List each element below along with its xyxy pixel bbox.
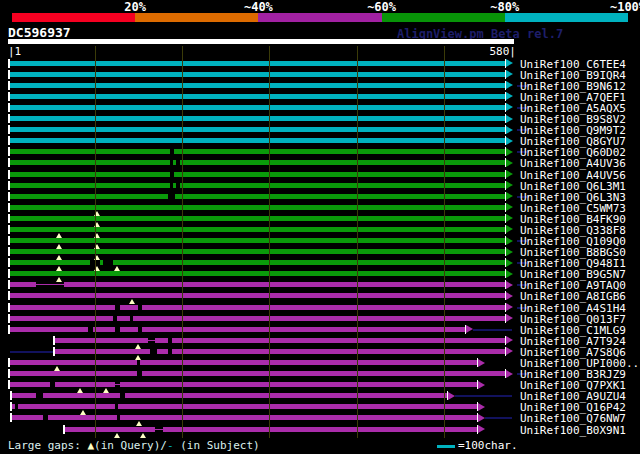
arrowhead-icon xyxy=(478,403,485,411)
alignment-bar-segment xyxy=(117,316,130,321)
alignment-bar-segment xyxy=(18,404,115,409)
row-start-tick xyxy=(8,170,10,179)
alignment-bar-segment xyxy=(173,160,176,165)
gaps-legend-query-text: (in Query)/ xyxy=(94,439,167,452)
alignview-canvas: 20%~40%~60%~80%~100% DC596937 AlignView.… xyxy=(0,0,640,454)
alignment-bar-segment xyxy=(93,327,115,332)
scale-segment xyxy=(505,13,628,22)
alignment-bar-segment xyxy=(12,404,15,409)
query-gap-marker-icon xyxy=(114,433,120,438)
alignment-bar-segment xyxy=(120,305,138,310)
row-start-tick xyxy=(8,380,10,389)
scale-segment-label: ~60% xyxy=(367,0,396,14)
alignment-bar-segment xyxy=(10,72,505,77)
row-start-tick xyxy=(8,181,10,190)
arrowhead-icon xyxy=(466,325,473,333)
alignment-bar-segment xyxy=(10,282,36,287)
alignment-bar-segment xyxy=(140,360,477,365)
sequence-label[interactable]: UniRef100_B0X9N1 xyxy=(520,424,626,437)
alignment-bar-segment xyxy=(113,260,505,265)
row-start-tick xyxy=(8,214,10,223)
row-start-tick xyxy=(10,413,12,422)
alignment-bar-segment xyxy=(10,149,170,154)
alignment-bar-segment xyxy=(174,149,505,154)
arrowhead-icon xyxy=(478,414,485,422)
unaligned-line xyxy=(10,351,53,353)
row-start-tick xyxy=(8,225,10,234)
alignment-bar-segment xyxy=(100,260,103,265)
alignment-bar-segment xyxy=(10,83,505,88)
row-start-tick xyxy=(8,92,10,101)
alignment-bar-segment xyxy=(173,183,176,188)
subject-gap-marker-icon: - xyxy=(167,439,174,452)
row-start-tick xyxy=(8,236,10,245)
alignment-bar-segment xyxy=(10,271,505,276)
row-start-tick xyxy=(8,303,10,312)
gridline xyxy=(269,46,270,438)
arrowhead-icon xyxy=(506,303,513,311)
row-start-tick xyxy=(63,425,65,434)
gridline xyxy=(95,46,96,438)
row-start-tick xyxy=(8,59,10,68)
arrowhead-icon xyxy=(506,270,513,278)
ruler-start-label: |1 xyxy=(8,45,21,58)
alignment-bar-segment xyxy=(10,172,170,177)
arrowhead-icon xyxy=(506,126,513,134)
gaps-legend-prefix: Large gaps: xyxy=(8,439,87,452)
alignment-bar-segment xyxy=(142,305,505,310)
scale-segment xyxy=(135,13,258,22)
arrowhead-icon xyxy=(506,159,513,167)
alignment-bar-segment xyxy=(120,327,138,332)
alignment-bar-segment xyxy=(10,183,170,188)
arrowhead-icon xyxy=(506,70,513,78)
row-start-tick xyxy=(8,114,10,123)
arrowhead-icon xyxy=(478,359,485,367)
subject-gap-line xyxy=(155,429,163,430)
alignment-bar-segment xyxy=(157,349,168,354)
alignment-bar-segment xyxy=(133,316,505,321)
row-start-tick xyxy=(8,70,10,79)
arrowhead-icon xyxy=(506,237,513,245)
alignment-bar-segment xyxy=(10,105,505,110)
row-start-tick xyxy=(8,81,10,90)
alignment-bar-segment xyxy=(155,338,168,343)
alignment-bar-segment xyxy=(10,293,505,298)
alignment-bar-segment xyxy=(10,327,88,332)
alignment-bar-segment xyxy=(10,238,505,243)
arrowhead-icon xyxy=(506,225,513,233)
query-id-title: DC596937 xyxy=(8,25,71,40)
alignment-bar-segment xyxy=(55,382,115,387)
arrowhead-icon xyxy=(506,336,513,344)
row-start-tick xyxy=(53,347,55,356)
alignment-bar-segment xyxy=(10,249,505,254)
row-start-tick xyxy=(8,258,10,267)
gridline xyxy=(444,46,445,438)
arrowhead-icon xyxy=(506,92,513,100)
alignment-bar-segment xyxy=(64,282,505,287)
alignment-bar-segment xyxy=(10,382,50,387)
arrowhead-icon xyxy=(506,115,513,123)
arrowhead-icon xyxy=(506,214,513,222)
alignment-bar-segment xyxy=(10,127,505,132)
alignment-bar-segment xyxy=(55,349,150,354)
row-start-tick xyxy=(8,358,10,367)
unaligned-line xyxy=(485,417,512,419)
scale-unit-line-icon xyxy=(437,445,455,448)
arrowhead-icon xyxy=(506,192,513,200)
alignment-bar-segment xyxy=(10,61,505,66)
alignment-bar-segment xyxy=(55,338,148,343)
arrowhead-icon xyxy=(506,248,513,256)
arrowhead-icon xyxy=(506,281,513,289)
alignment-bar-segment xyxy=(10,194,168,199)
alignment-bar-segment xyxy=(172,338,505,343)
alignment-bar-segment xyxy=(12,393,36,398)
row-start-tick xyxy=(10,391,12,400)
alignment-bar-segment xyxy=(180,183,505,188)
row-start-tick xyxy=(8,269,10,278)
alignment-bar-segment xyxy=(10,216,505,221)
arrowhead-icon xyxy=(448,392,455,400)
alignment-bar-segment xyxy=(10,160,170,165)
alignment-bar-segment xyxy=(174,172,505,177)
alignment-bar-segment xyxy=(10,260,90,265)
row-start-tick xyxy=(8,203,10,212)
